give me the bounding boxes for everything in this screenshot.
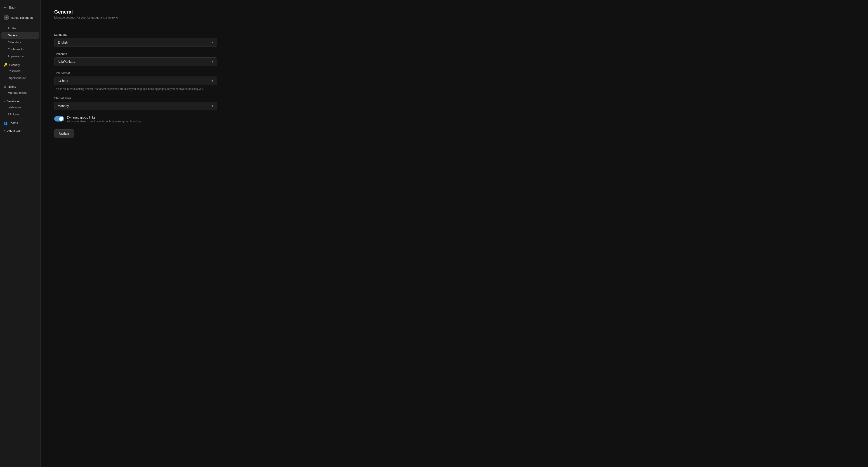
sidebar-item-api-keys[interactable]: API keys	[1, 111, 39, 118]
username-label: Ilango Rajagopal	[11, 16, 33, 20]
main-content: General Manage settings for your languag…	[41, 0, 868, 467]
sidebar-section-developer: › Developer	[0, 97, 40, 104]
key-icon: 🔑	[4, 63, 7, 67]
divider	[54, 26, 217, 26]
dynamic-group-links-row: Dynamic group links Allow attendees to b…	[54, 115, 217, 123]
sidebar-section-billing: ▤ Billing	[0, 82, 40, 89]
billing-label: Billing	[8, 85, 16, 88]
user-profile-header: ● Ilango Rajagopal	[0, 13, 40, 22]
language-select[interactable]: English Spanish French German Japanese	[54, 38, 217, 47]
sidebar-item-manage-billing[interactable]: Manage billing	[1, 90, 39, 96]
sidebar-item-conferencing[interactable]: Conferencing	[1, 46, 39, 53]
page-subtitle: Manage settings for your language and ti…	[54, 16, 217, 19]
developer-label: Developer	[6, 100, 20, 103]
dynamic-group-links-toggle[interactable]	[54, 116, 64, 122]
sidebar-section-security: 🔑 Security	[0, 61, 40, 68]
sidebar-item-general[interactable]: General	[1, 32, 39, 39]
start-of-week-group: Start of week Sunday Monday Saturday ▼	[54, 96, 217, 110]
start-of-week-select[interactable]: Sunday Monday Saturday	[54, 102, 217, 110]
dynamic-group-links-info: Dynamic group links Allow attendees to b…	[67, 115, 217, 123]
back-button[interactable]: ← Back	[0, 4, 40, 11]
add-team-label: Add a team	[7, 129, 22, 132]
language-group: Language English Spanish French German J…	[54, 33, 217, 47]
dynamic-group-links-title: Dynamic group links	[67, 115, 217, 119]
timezone-label: Timezone	[54, 52, 217, 56]
avatar: ●	[4, 15, 9, 20]
sidebar-item-calendars[interactable]: Calendars	[1, 39, 39, 45]
sidebar-section-teams: 👥 Teams	[0, 119, 40, 126]
chevron-right-icon: ›	[4, 99, 5, 103]
time-format-label: Time format	[54, 71, 217, 75]
language-select-wrapper: English Spanish French German Japanese ▼	[54, 38, 217, 47]
sidebar: ← Back ● Ilango Rajagopal Profile Genera…	[0, 0, 41, 467]
sidebar-item-webhooks[interactable]: Webhooks	[1, 104, 39, 111]
dynamic-group-links-desc: Allow attendees to book you through dyna…	[67, 120, 217, 123]
toggle-slider	[54, 116, 64, 122]
timezone-group: Timezone Asia/Kolkata UTC America/New_Yo…	[54, 52, 217, 66]
page-title: General	[54, 9, 217, 15]
card-icon: ▤	[4, 85, 6, 88]
timezone-select-wrapper: Asia/Kolkata UTC America/New_York Americ…	[54, 57, 217, 66]
sidebar-add-team[interactable]: + Add a team	[0, 127, 40, 133]
time-format-select-wrapper: 12 hour 24 hour ▼	[54, 76, 217, 85]
time-format-hint: This is an internal setting and will not…	[54, 87, 217, 91]
people-icon: 👥	[4, 121, 7, 125]
general-settings-form: General Manage settings for your languag…	[54, 9, 217, 137]
teams-label: Teams	[9, 121, 18, 125]
sidebar-item-profile[interactable]: Profile	[1, 25, 39, 32]
time-format-group: Time format 12 hour 24 hour ▼ This is an…	[54, 71, 217, 91]
back-arrow-icon: ←	[4, 5, 7, 9]
timezone-select[interactable]: Asia/Kolkata UTC America/New_York Americ…	[54, 57, 217, 66]
sidebar-item-password[interactable]: Password	[1, 68, 39, 74]
start-of-week-label: Start of week	[54, 96, 217, 100]
update-button[interactable]: Update	[54, 129, 74, 137]
back-label: Back	[9, 6, 16, 9]
sidebar-item-impersonation[interactable]: Impersonation	[1, 75, 39, 81]
sidebar-item-appearance[interactable]: Appearance	[1, 53, 39, 60]
start-of-week-select-wrapper: Sunday Monday Saturday ▼	[54, 102, 217, 110]
time-format-select[interactable]: 12 hour 24 hour	[54, 76, 217, 85]
language-label: Language	[54, 33, 217, 36]
plus-icon: +	[4, 129, 5, 132]
avatar-initial: ●	[6, 16, 7, 19]
security-label: Security	[9, 63, 20, 67]
